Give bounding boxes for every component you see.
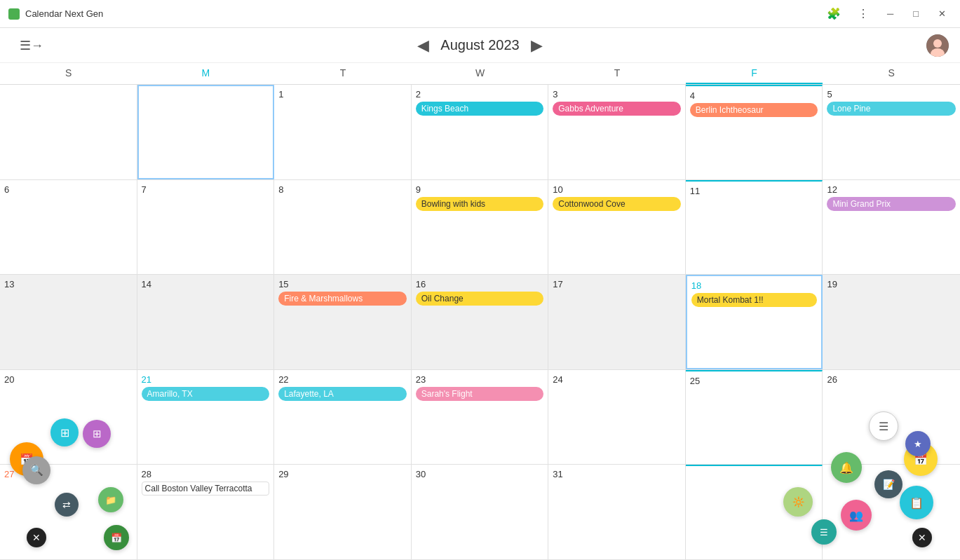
day-cell[interactable]: 29 <box>274 465 412 559</box>
day-cell[interactable]: 7 <box>137 180 275 275</box>
day-cell[interactable]: 28 Call Boston Valley Terracotta <box>137 465 275 559</box>
fab-close-right-icon[interactable]: ✕ <box>912 528 932 547</box>
day-cell[interactable]: 1 <box>274 85 412 179</box>
day-cell[interactable]: 9 Bowling with kids <box>412 180 549 275</box>
day-number: 30 <box>416 469 426 479</box>
week-row: 27 28 Call Boston Valley Terracotta 29 3… <box>0 465 960 560</box>
fab-notes-icon[interactable]: 📝 <box>874 470 902 498</box>
day-number: 9 <box>416 184 421 195</box>
day-number: 18 <box>691 280 701 291</box>
app-icon <box>8 8 20 20</box>
day-number: 20 <box>4 374 14 385</box>
titlebar-right: 🧩 ⋮ ─ □ ✕ <box>823 6 952 22</box>
fab-list-icon[interactable]: ☰ <box>869 411 898 441</box>
fab-bell-icon[interactable]: 🔔 <box>831 452 862 483</box>
fab-list2-icon[interactable]: ☰ <box>811 519 837 545</box>
day-number: 3 <box>553 89 557 100</box>
day-number: 13 <box>4 279 14 289</box>
day-cell[interactable]: 19 <box>823 275 960 369</box>
user-avatar[interactable] <box>926 34 949 57</box>
day-cell[interactable] <box>0 85 137 179</box>
event-sarahs-flight[interactable]: Sarah's Flight <box>416 387 544 401</box>
day-cell[interactable]: 25 <box>686 370 823 465</box>
day-cell-18[interactable]: 18 Mortal Kombat 1!! <box>686 275 823 369</box>
event-kings-beach[interactable]: Kings Beach <box>416 102 544 116</box>
day-cell[interactable]: 16 Oil Change <box>412 275 549 369</box>
day-cell[interactable]: 31 <box>548 465 686 559</box>
app-title: Calendar Next Gen <box>25 8 103 19</box>
event-mini-grand-prix[interactable]: Mini Grand Prix <box>827 197 956 211</box>
fab-people-icon[interactable]: 👥 <box>841 500 872 531</box>
day-cell[interactable]: 30 <box>412 465 549 559</box>
extensions-icon[interactable]: 🧩 <box>823 6 845 22</box>
fab-search-icon[interactable]: 🔍 <box>22 456 50 484</box>
event-lone-pine[interactable]: Lone Pine <box>827 102 956 116</box>
day-number: 22 <box>278 374 288 385</box>
fab-calendar2-icon[interactable]: 📅 <box>104 525 129 550</box>
day-cell[interactable]: 23 Sarah's Flight <box>412 370 549 465</box>
day-number: 28 <box>142 469 151 479</box>
maximize-button[interactable]: □ <box>907 7 924 20</box>
fab-share-icon[interactable]: ⇄ <box>55 493 79 517</box>
sidebar-toggle-icon[interactable]: ☰→ <box>20 38 43 53</box>
calendar-grid: S M T W T F S 1 2 Kings Beach 3 Gabbs Ad… <box>0 63 960 560</box>
event-bowling[interactable]: Bowling with kids <box>416 197 544 211</box>
month-year-label: August 2023 <box>440 37 519 53</box>
day-cell[interactable]: 8 <box>274 180 412 275</box>
day-number: 27 <box>4 469 14 479</box>
event-cottonwood-cove[interactable]: Cottonwood Cove <box>553 197 681 211</box>
day-cell[interactable]: 12 Mini Grand Prix <box>823 180 960 275</box>
fab-close-left-icon[interactable]: ✕ <box>27 528 46 547</box>
day-cell[interactable]: 3 Gabbs Adventure <box>548 85 686 179</box>
day-cell[interactable]: 6 <box>0 180 137 275</box>
day-cell[interactable]: 24 <box>548 370 686 465</box>
day-number: 25 <box>690 376 700 386</box>
next-month-button[interactable]: ▶ <box>531 36 543 55</box>
day-number: 31 <box>553 469 562 479</box>
fab-grid-icon[interactable]: ⊞ <box>50 418 79 446</box>
prev-month-button[interactable]: ◀ <box>417 36 429 55</box>
day-number: 14 <box>142 279 151 289</box>
minimize-button[interactable]: ─ <box>881 7 899 20</box>
day-cell[interactable]: 2 Kings Beach <box>412 85 549 179</box>
day-cell[interactable]: 21 Amarillo, TX <box>137 370 275 465</box>
event-amarillo[interactable]: Amarillo, TX <box>142 387 270 401</box>
fab-bright-icon[interactable]: 🔆 <box>783 487 813 517</box>
event-gabbs-adventure[interactable]: Gabbs Adventure <box>553 102 681 116</box>
close-button[interactable]: ✕ <box>933 7 952 20</box>
day-cell-today[interactable] <box>137 85 275 179</box>
day-cell[interactable]: 11 <box>686 180 823 275</box>
day-header-thu: T <box>548 63 686 84</box>
calendar-header: ☰→ ◀ August 2023 ▶ <box>0 28 960 63</box>
event-mortal-kombat[interactable]: Mortal Kombat 1!! <box>691 293 818 307</box>
event-berlin-ichtheosaur[interactable]: Berlin Ichtheosaur <box>690 103 818 117</box>
day-cell[interactable]: 5 Lone Pine <box>823 85 960 179</box>
event-call-boston[interactable]: Call Boston Valley Terracotta <box>142 482 270 496</box>
day-number: 24 <box>553 374 562 385</box>
month-navigation: ◀ August 2023 ▶ <box>417 36 542 55</box>
fab-folder-icon[interactable]: 📁 <box>98 487 123 512</box>
day-cell[interactable]: 13 <box>0 275 137 369</box>
day-cell[interactable]: 15 Fire & Marshmallows <box>274 275 412 369</box>
day-cell[interactable]: 22 Lafayette, LA <box>274 370 412 465</box>
day-header-sat: S <box>823 63 960 84</box>
day-number: 19 <box>827 279 837 289</box>
event-fire-marshmallows[interactable]: Fire & Marshmallows <box>278 292 407 306</box>
day-cell[interactable]: 10 Cottonwood Cove <box>548 180 686 275</box>
event-oil-change[interactable]: Oil Change <box>416 292 544 306</box>
svg-point-1 <box>933 39 942 48</box>
more-icon[interactable]: ⋮ <box>853 6 873 22</box>
day-number: 2 <box>416 89 421 100</box>
day-cell[interactable]: 17 <box>548 275 686 369</box>
fab-menu-icon[interactable]: ⊞ <box>83 420 111 448</box>
day-headers-row: S M T W T F S <box>0 63 960 85</box>
fab-clipboard-icon[interactable]: 📋 <box>900 486 933 519</box>
weeks-container: 1 2 Kings Beach 3 Gabbs Adventure 4 Berl… <box>0 85 960 560</box>
day-header-wed: W <box>412 63 549 84</box>
day-number: 23 <box>416 374 426 385</box>
event-lafayette[interactable]: Lafayette, LA <box>278 387 407 401</box>
day-header-fri: F <box>686 63 823 84</box>
day-cell[interactable]: 14 <box>137 275 275 369</box>
day-cell[interactable]: 4 Berlin Ichtheosaur <box>686 85 823 179</box>
fab-star-icon[interactable]: ★ <box>905 431 931 456</box>
